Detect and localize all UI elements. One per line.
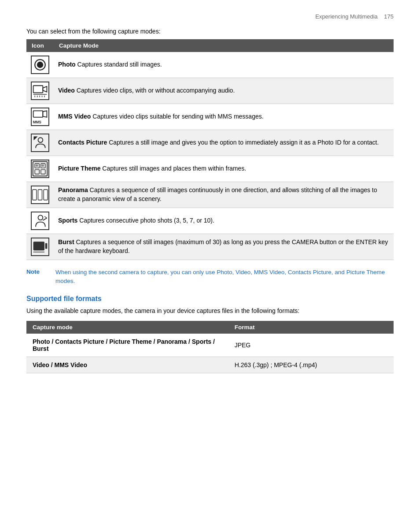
col-capture-mode: Capture Mode (54, 39, 394, 52)
format-value: JPEG (228, 334, 394, 357)
format-value: H.263 (.3gp) ; MPEG-4 (.mp4) (228, 357, 394, 373)
page-number: 175 (384, 13, 394, 20)
format-mode: Video / MMS Video (26, 357, 228, 373)
format-col1: Capture mode (26, 321, 228, 334)
capture-table-row: MMS MMS Video Captures video clips suita… (26, 104, 394, 130)
section-intro: Using the available capture modes, the c… (26, 306, 394, 316)
desc-cell: Burst Captures a sequence of still image… (54, 234, 394, 260)
icon-cell (26, 52, 54, 78)
icon-cell (26, 234, 54, 260)
icon-cell (26, 182, 54, 208)
format-table-row: Photo / Contacts Picture / Picture Theme… (26, 334, 394, 357)
icon-cell (26, 78, 54, 104)
capture-table-row: Contacts Picture Captures a still image … (26, 130, 394, 156)
note-label: Note (26, 268, 48, 286)
icon-cell (26, 130, 54, 156)
desc-cell: Panorama Captures a sequence of still im… (54, 182, 394, 208)
format-mode: Photo / Contacts Picture / Picture Theme… (26, 334, 228, 357)
desc-cell: Photo Captures standard still images. (54, 52, 394, 78)
icon-cell: MMS (26, 104, 54, 130)
col-icon: Icon (26, 39, 54, 52)
desc-cell: MMS Video Captures video clips suitable … (54, 104, 394, 130)
desc-cell: Picture Theme Captures still images and … (54, 156, 394, 182)
capture-table-row: Picture Theme Captures still images and … (26, 156, 394, 182)
svg-point-26 (42, 164, 44, 167)
icon-cell (26, 208, 54, 234)
svg-rect-3 (32, 82, 48, 99)
note-text: When using the second camera to capture,… (55, 268, 394, 286)
page-header: Experiencing Multimedia 175 (26, 13, 394, 20)
capture-table-row: Sports Captures consecutive photo shots … (26, 208, 394, 234)
desc-cell: Contacts Picture Captures a still image … (54, 130, 394, 156)
format-table: Capture mode Format Photo / Contacts Pic… (26, 321, 394, 373)
icon-cell (26, 156, 54, 182)
svg-rect-27 (32, 186, 48, 203)
section-heading: Supported file formats (26, 295, 394, 303)
capture-table-row: Photo Captures standard still images. (26, 52, 394, 78)
capture-table-row: Video Captures video clips, with or with… (26, 78, 394, 104)
svg-rect-19 (32, 160, 48, 177)
header-title: Experiencing Multimedia (315, 13, 378, 20)
svg-rect-37 (45, 243, 48, 249)
format-col2: Format (228, 321, 394, 334)
capture-table-row: Panorama Captures a sequence of still im… (26, 182, 394, 208)
desc-cell: Sports Captures consecutive photo shots … (54, 208, 394, 234)
capture-table-row: Burst Captures a sequence of still image… (26, 234, 394, 260)
svg-point-2 (37, 62, 43, 68)
format-table-row: Video / MMS VideoH.263 (.3gp) ; MPEG-4 (… (26, 357, 394, 373)
desc-cell: Video Captures video clips, with or with… (54, 78, 394, 104)
intro-text: You can select from the following captur… (26, 28, 394, 35)
svg-point-25 (36, 164, 38, 167)
svg-rect-36 (33, 242, 44, 250)
note-section: Note When using the second camera to cap… (26, 268, 394, 286)
svg-text:MMS: MMS (33, 120, 42, 124)
capture-mode-table: Icon Capture Mode Photo Captures standar… (26, 39, 394, 260)
